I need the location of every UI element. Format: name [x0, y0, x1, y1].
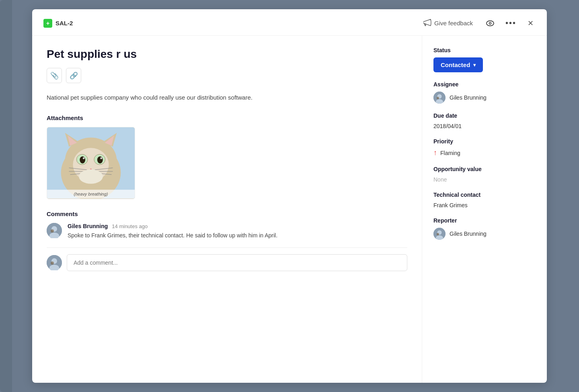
link-icon: 🔗: [70, 71, 78, 80]
assignee-field: Assignee Giles Brunning: [433, 81, 536, 104]
issue-description: National pet supplies company who could …: [47, 93, 407, 102]
give-feedback-button[interactable]: Give feedback: [419, 17, 477, 29]
current-user-avatar: [47, 255, 62, 270]
modal-body: Pet supplies r us 📎 🔗 National pet suppl…: [32, 36, 547, 383]
more-options-button[interactable]: •••: [503, 16, 518, 30]
comment-item: Giles Brunning 14 minutes ago Spoke to F…: [47, 223, 407, 240]
technical-contact-field: Technical contact Frank Grimes: [433, 192, 536, 208]
opportunity-field: Opportunity value None: [433, 166, 536, 183]
svg-point-14: [97, 156, 103, 163]
opportunity-label: Opportunity value: [433, 166, 536, 172]
copy-link-button[interactable]: 🔗: [66, 68, 81, 83]
svg-point-26: [79, 169, 103, 184]
svg-point-36: [51, 261, 54, 265]
svg-point-2: [489, 22, 491, 24]
due-date-value: 2018/04/01: [433, 123, 536, 129]
comments-heading: Comments: [47, 210, 407, 217]
priority-row: ↑ Flaming: [433, 149, 536, 157]
commenter-name: Giles Brunning: [68, 223, 108, 229]
assignee-name: Giles Brunning: [450, 94, 487, 101]
main-content: Pet supplies r us 📎 🔗 National pet suppl…: [32, 36, 422, 383]
close-button[interactable]: ✕: [526, 17, 536, 30]
comment-input[interactable]: [67, 254, 407, 271]
sal-icon: +: [43, 19, 52, 28]
attachment-image[interactable]: (heavy breathing): [47, 127, 135, 199]
svg-point-40: [437, 97, 439, 99]
due-date-field: Due date 2018/04/01: [433, 112, 536, 129]
technical-contact-label: Technical contact: [433, 192, 536, 198]
status-label: Status: [433, 47, 536, 53]
reporter-name: Giles Brunning: [450, 231, 487, 237]
watch-button[interactable]: [484, 17, 496, 29]
close-icon: ✕: [528, 19, 534, 28]
assignee-row: Giles Brunning: [433, 92, 536, 104]
issue-modal: + SAL-2 Give feedback: [32, 9, 547, 383]
due-date-label: Due date: [433, 112, 536, 119]
svg-point-13: [80, 156, 85, 163]
attachments-heading: Attachments: [47, 114, 407, 121]
status-value: Contacted: [441, 61, 470, 68]
action-icons: 📎 🔗: [47, 68, 407, 83]
reporter-row: Giles Brunning: [433, 228, 536, 240]
svg-point-32: [51, 229, 54, 233]
priority-arrow-icon: ↑: [433, 149, 437, 157]
assignee-avatar: [433, 92, 446, 104]
chevron-down-icon: ▾: [473, 62, 476, 68]
technical-contact-value: Frank Grimes: [433, 202, 536, 208]
issue-title: Pet supplies r us: [47, 48, 407, 61]
add-comment-row: [47, 254, 407, 271]
left-sidebar-glimpse: [0, 0, 12, 392]
status-button[interactable]: Contacted ▾: [433, 57, 483, 72]
priority-value: Flaming: [440, 150, 460, 156]
comments-section: Comments Giles Brunni: [47, 210, 407, 271]
reporter-label: Reporter: [433, 217, 536, 224]
commenter-avatar: [47, 223, 62, 238]
attach-file-button[interactable]: 📎: [47, 68, 62, 83]
opportunity-value: None: [433, 176, 536, 183]
priority-field: Priority ↑ Flaming: [433, 138, 536, 157]
svg-point-44: [437, 233, 439, 235]
more-icon: •••: [505, 18, 516, 28]
modal-header: + SAL-2 Give feedback: [32, 9, 547, 36]
header-left: + SAL-2: [43, 19, 73, 28]
megaphone-icon: [423, 19, 431, 27]
paperclip-icon: 📎: [50, 71, 59, 80]
issue-sidebar: Status Contacted ▾ Assignee: [422, 36, 547, 383]
assignee-label: Assignee: [433, 81, 536, 88]
svg-text:(heavy breathing): (heavy breathing): [74, 192, 108, 196]
svg-point-16: [100, 157, 102, 159]
comment-text: Spoke to Frank Grimes, their technical c…: [68, 231, 277, 240]
comment-time: 14 minutes ago: [112, 223, 148, 229]
issue-id: SAL-2: [55, 20, 73, 27]
svg-point-15: [83, 157, 85, 159]
header-right: Give feedback ••• ✕: [419, 16, 536, 30]
reporter-field: Reporter Giles Brunning: [433, 217, 536, 240]
feedback-label: Give feedback: [434, 20, 473, 27]
comments-divider: [47, 247, 407, 248]
priority-label: Priority: [433, 138, 536, 145]
plus-icon: +: [46, 20, 49, 27]
reporter-avatar: [433, 228, 446, 240]
status-field: Status Contacted ▾: [433, 47, 536, 72]
comment-body: Giles Brunning 14 minutes ago Spoke to F…: [68, 223, 277, 240]
comment-meta: Giles Brunning 14 minutes ago: [68, 223, 277, 229]
